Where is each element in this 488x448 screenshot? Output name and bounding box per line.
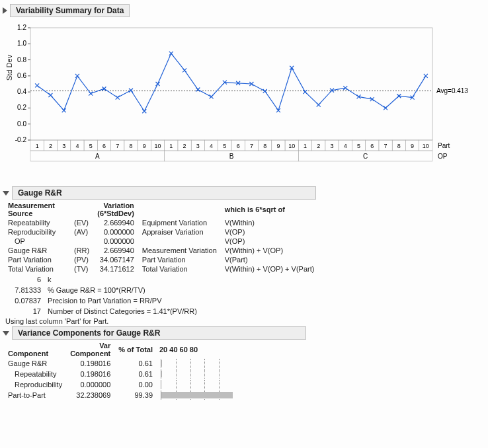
- svg-text:10: 10: [423, 143, 429, 149]
- svg-text:4: 4: [75, 143, 79, 149]
- svg-text:10: 10: [288, 143, 295, 149]
- svg-text:5: 5: [357, 143, 360, 149]
- variability-title: Variability Summary for Data: [10, 4, 130, 17]
- mini-bar: [161, 360, 162, 367]
- disclosure-down-icon: [3, 331, 9, 336]
- mini-bar: [161, 371, 162, 377]
- svg-text:0.6: 0.6: [17, 72, 26, 79]
- line-chart-svg: -0.20.00.20.40.60.81.01.2Avg=0.413123456…: [3, 21, 479, 180]
- svg-text:Avg=0.413: Avg=0.413: [436, 87, 468, 94]
- varcomp-section-header[interactable]: Variance Components for Gauge R&R: [3, 326, 485, 340]
- disclosure-right-icon: [3, 7, 7, 14]
- gauge-note: Using last column 'Part' for Part.: [5, 317, 485, 325]
- svg-text:10: 10: [155, 143, 161, 149]
- svg-text:1.2: 1.2: [17, 24, 26, 31]
- varcomp-title: Variance Components for Gauge R&R: [12, 326, 306, 340]
- svg-text:-0.2: -0.2: [15, 136, 27, 143]
- svg-rect-0: [30, 28, 432, 140]
- table-row: Reproducibility (AV) 0.000000 Appraiser …: [4, 227, 318, 237]
- variability-chart: Std Dev -0.20.00.20.40.60.81.01.2Avg=0.4…: [3, 21, 485, 180]
- svg-text:B: B: [229, 153, 234, 160]
- svg-text:8: 8: [263, 143, 266, 149]
- svg-text:2: 2: [49, 143, 52, 149]
- table-row: Part Variation (PV) 34.067147 Part Varia…: [4, 255, 318, 264]
- svg-text:4: 4: [344, 143, 347, 149]
- svg-text:2: 2: [183, 143, 186, 149]
- svg-text:OP: OP: [438, 153, 448, 160]
- table-row: Total Variation (TV) 34.171612 Total Var…: [4, 264, 318, 274]
- svg-text:8: 8: [129, 143, 132, 149]
- svg-text:5: 5: [89, 143, 93, 149]
- svg-text:9: 9: [411, 143, 414, 149]
- variability-section-header[interactable]: Variability Summary for Data: [3, 4, 485, 17]
- svg-text:4: 4: [210, 143, 213, 149]
- table-row: Gauge R&R 0.198016 0.61: [4, 358, 237, 369]
- svg-text:A: A: [95, 153, 100, 160]
- gauge-title: Gauge R&R: [12, 186, 316, 200]
- gauge-table: MeasurementSource Variation(6*StdDev) wh…: [4, 201, 318, 274]
- svg-text:5: 5: [223, 143, 226, 149]
- svg-text:Part: Part: [438, 142, 450, 149]
- svg-text:C: C: [363, 153, 368, 160]
- svg-text:1: 1: [169, 143, 173, 149]
- svg-text:6: 6: [102, 143, 106, 149]
- svg-text:3: 3: [330, 143, 333, 149]
- svg-text:0.0: 0.0: [17, 120, 26, 128]
- svg-text:0.4: 0.4: [17, 88, 26, 95]
- svg-text:6: 6: [237, 143, 240, 149]
- svg-text:7: 7: [250, 143, 253, 149]
- svg-text:3: 3: [196, 143, 200, 149]
- svg-text:1.0: 1.0: [17, 40, 26, 47]
- detail-row: 17Number of Distinct Categories = 1.41*(…: [7, 307, 200, 316]
- gauge-section-header[interactable]: Gauge R&R: [3, 186, 485, 200]
- svg-text:7: 7: [384, 143, 387, 149]
- disclosure-down-icon: [3, 191, 9, 196]
- svg-text:6: 6: [370, 143, 374, 149]
- detail-row: 6k: [7, 275, 200, 284]
- svg-text:9: 9: [276, 143, 280, 149]
- svg-text:0.2: 0.2: [17, 104, 26, 111]
- gauge-details: 6k7.81333% Gauge R&R = 100*(RR/TV)0.0783…: [5, 274, 201, 317]
- varcomp-table: Component VarComponent % of Total 20 40 …: [4, 341, 237, 400]
- svg-text:7: 7: [116, 143, 119, 149]
- table-row: Part-to-Part 32.238069 99.39: [4, 390, 237, 400]
- detail-row: 0.07837Precision to Part Variation = RR/…: [7, 296, 200, 305]
- table-row: Gauge R&R (RR) 2.669940 Measurement Vari…: [4, 246, 318, 255]
- table-row: Repeatability 0.198016 0.61: [4, 369, 237, 379]
- mini-bar: [161, 392, 233, 398]
- svg-text:0.8: 0.8: [17, 56, 26, 63]
- y-axis-label: Std Dev: [5, 55, 13, 81]
- svg-text:9: 9: [143, 143, 146, 149]
- detail-row: 7.81333% Gauge R&R = 100*(RR/TV): [7, 285, 200, 295]
- table-row: Reproducibility 0.000000 0.00: [4, 379, 237, 390]
- table-row: Repeatability (EV) 2.669940 Equipment Va…: [4, 218, 318, 227]
- table-row: OP 0.000000 V(OP): [4, 237, 318, 246]
- svg-text:2: 2: [317, 143, 320, 149]
- svg-text:1: 1: [36, 143, 39, 149]
- svg-text:8: 8: [397, 143, 401, 149]
- svg-text:3: 3: [62, 143, 65, 149]
- svg-text:1: 1: [304, 143, 307, 149]
